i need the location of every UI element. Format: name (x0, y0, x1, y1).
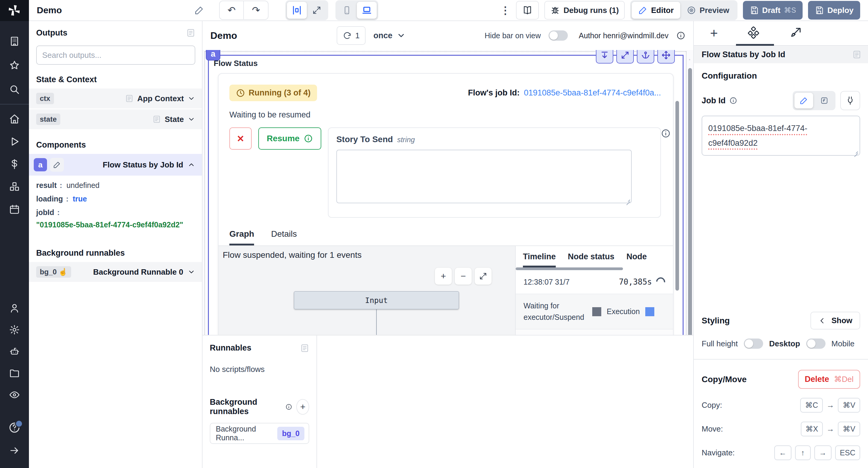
tab-timeline[interactable]: Timeline (523, 252, 556, 267)
resize-handle[interactable] (625, 197, 631, 203)
resize-handle[interactable] (853, 148, 859, 155)
theme-brush-tab[interactable] (789, 27, 802, 39)
flow-graph[interactable]: Flow suspended, waiting for 1 events + −… (218, 246, 515, 335)
form-info-icon[interactable] (661, 129, 671, 138)
anchor-bottom-icon[interactable] (596, 50, 613, 64)
workspace-building-icon[interactable] (9, 36, 20, 47)
styling-show-button[interactable]: Show (810, 312, 860, 330)
user-icon[interactable] (9, 303, 20, 313)
graph-message: Flow suspended, waiting for 1 events (223, 250, 362, 260)
kbd-arrow-left: ← (774, 445, 792, 460)
chevron-left-icon (818, 317, 826, 325)
runs-play-icon[interactable] (9, 136, 20, 147)
runnables-empty-text: No scripts/flows (210, 365, 309, 374)
expand-icon[interactable] (616, 50, 634, 64)
zoom-in-button[interactable]: + (435, 268, 452, 285)
rename-pencil-icon[interactable] (194, 5, 204, 15)
mobile-label: Mobile (832, 339, 855, 348)
collapse-arrow-right-icon[interactable] (9, 445, 20, 456)
static-input-pencil-button[interactable] (795, 93, 813, 108)
background-runnable-item[interactable]: Background Runna... bg_0 (210, 423, 309, 444)
runnables-log-icon[interactable] (300, 344, 309, 353)
outputs-log-icon[interactable] (186, 28, 195, 37)
graph-controls: + − (435, 268, 492, 285)
flow-node-input[interactable]: Input (294, 291, 459, 309)
tab-details[interactable]: Details (271, 229, 297, 245)
delete-button[interactable]: Delete ⌘Del (798, 370, 860, 389)
add-background-runnable-button[interactable]: + (296, 399, 309, 415)
flow-job-id-link[interactable]: 0191085e-5baa-81ef-4774-c9ef4f0a... (524, 88, 661, 98)
copy-move-heading: Copy/Move (702, 375, 747, 384)
fit-view-button[interactable] (475, 268, 492, 285)
component-log-icon[interactable] (852, 50, 861, 59)
centered-layout-button[interactable] (287, 2, 307, 19)
state-row[interactable]: state State (29, 109, 202, 129)
resume-button[interactable]: Resume (258, 127, 321, 150)
favorites-star-icon[interactable] (9, 60, 20, 71)
zoom-out-button[interactable]: − (455, 268, 472, 285)
canvas-scrollbar[interactable] (688, 68, 692, 335)
tab-node-definition[interactable]: Node (627, 252, 647, 267)
refresh-mode-select[interactable]: once (373, 31, 406, 40)
preview-tab[interactable]: Preview (680, 2, 736, 19)
state-context-heading: State & Context (29, 65, 202, 89)
timeline-start-time: 12:38:07 31/7 (524, 278, 569, 287)
desktop-view-button[interactable] (357, 2, 377, 19)
hand-pointer-icon: ☝ (59, 268, 67, 276)
resources-cubes-icon[interactable] (9, 181, 20, 192)
connect-plug-button[interactable] (840, 91, 860, 110)
move-icon[interactable] (657, 50, 675, 64)
layout-toggle-group (285, 0, 328, 20)
ctx-row[interactable]: ctx App Context (29, 89, 202, 108)
anchor-icon[interactable] (637, 50, 654, 64)
job-id-input[interactable]: 0191085e-5baa-81ef-4774- c9ef4f0a92d2 (702, 115, 860, 156)
cancel-button[interactable]: ✕ (229, 127, 252, 150)
input-mode-toggle (793, 91, 835, 110)
doc-icon (153, 115, 161, 124)
refresh-count-box[interactable]: 1 (337, 26, 366, 45)
timeline-hscrollbar[interactable] (516, 267, 623, 270)
home-icon[interactable] (9, 113, 20, 124)
flow-tabs: Graph Details (218, 218, 673, 246)
desktop-toggle[interactable] (806, 338, 826, 349)
outputs-search[interactable] (36, 45, 195, 65)
component-settings-tab[interactable] (747, 27, 760, 40)
workers-robot-icon[interactable] (9, 346, 20, 357)
debug-runs-button[interactable]: Debug runs (1) (544, 1, 625, 20)
edit-id-pencil-icon[interactable] (50, 158, 64, 172)
draft-button[interactable]: Draft⌘S (743, 1, 803, 20)
schedules-calendar-icon[interactable] (9, 204, 20, 215)
component-a-row[interactable]: a Flow Status by Job Id (29, 154, 202, 175)
fullwidth-expand-button[interactable] (307, 2, 327, 19)
undo-button[interactable]: ↶ (220, 1, 244, 19)
full-height-label: Full height (702, 339, 738, 348)
settings-gear-icon[interactable] (9, 324, 20, 335)
folders-icon[interactable] (9, 368, 20, 378)
component-scrollbar[interactable] (675, 101, 679, 291)
bg0-row[interactable]: bg_0☝ Background Runnable 0 (29, 262, 202, 282)
mobile-view-button[interactable] (337, 2, 357, 19)
selected-component[interactable]: a Flow Status Running (3 of 4) Flow's jo… (208, 55, 684, 335)
help-icon[interactable] (8, 422, 21, 434)
search-outputs-input[interactable] (42, 51, 189, 60)
deploy-button[interactable]: Deploy (808, 1, 860, 20)
variables-dollar-icon[interactable] (9, 159, 20, 170)
full-height-toggle[interactable] (744, 338, 763, 349)
eval-input-fx-button[interactable] (815, 93, 834, 108)
editor-preview-toggle: Editor Preview (630, 0, 737, 20)
editor-tab[interactable]: Editor (632, 2, 680, 19)
kbd-cmd-c: ⌘C (800, 398, 823, 412)
redo-button[interactable]: ↷ (244, 1, 268, 19)
tab-graph[interactable]: Graph (229, 229, 254, 245)
insert-component-tab[interactable]: + (710, 26, 718, 41)
search-icon[interactable] (9, 84, 20, 95)
hide-bar-toggle[interactable] (549, 30, 568, 41)
audit-eye-icon[interactable] (9, 390, 20, 400)
docs-book-button[interactable] (516, 1, 539, 20)
tab-node-status[interactable]: Node status (568, 252, 615, 267)
runnables-title: Runnables (210, 343, 251, 353)
app-canvas[interactable]: a Flow Status Running (3 of 4) Flow's jo… (203, 50, 693, 335)
story-to-send-textarea[interactable] (336, 150, 632, 203)
kebab-menu-icon[interactable]: ⋮ (500, 4, 510, 16)
windmill-logo[interactable] (0, 0, 29, 21)
